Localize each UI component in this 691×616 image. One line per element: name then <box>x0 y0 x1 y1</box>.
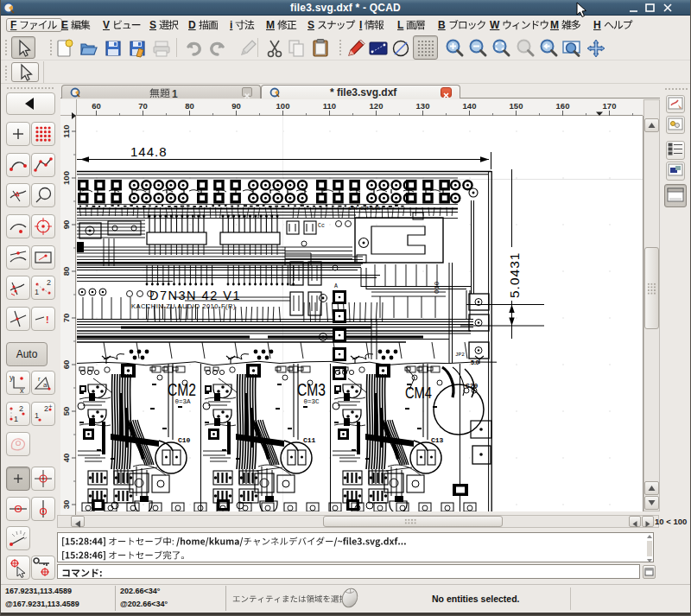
svg-text:O10: O10 <box>433 281 441 294</box>
svg-text:C13: C13 <box>431 436 444 444</box>
svg-text:CM2: CM2 <box>168 380 196 399</box>
svg-text:90: 90 <box>61 220 71 230</box>
svg-text:160: 160 <box>556 101 570 111</box>
svg-text:JP2: JP2 <box>455 352 465 358</box>
svg-text:D7N3N 42 V1: D7N3N 42 V1 <box>149 289 241 302</box>
svg-text:110: 110 <box>323 101 336 111</box>
svg-text:1: 1 <box>14 415 18 423</box>
svg-text:30: 30 <box>61 500 71 510</box>
svg-text:y: y <box>10 373 14 382</box>
svg-text:50: 50 <box>61 407 71 416</box>
svg-text:KACCHIN-ZU AUDIO 2010-F(R): KACCHIN-ZU AUDIO 2010-F(R) <box>131 302 236 310</box>
svg-text:0=3A: 0=3A <box>175 398 192 405</box>
svg-text:170: 170 <box>603 101 617 111</box>
svg-text:130: 130 <box>416 101 430 111</box>
svg-text:150: 150 <box>510 101 523 111</box>
svg-text:80: 80 <box>185 101 194 111</box>
svg-text:C10: C10 <box>178 436 191 444</box>
svg-text:80: 80 <box>61 267 71 276</box>
svg-text:CM4: CM4 <box>405 384 432 402</box>
svg-text:5.0431: 5.0431 <box>507 252 522 298</box>
svg-text:2: 2 <box>47 278 51 287</box>
svg-text:110: 110 <box>61 124 71 137</box>
svg-text:0=3C: 0=3C <box>304 398 320 405</box>
svg-text:100: 100 <box>61 171 71 185</box>
svg-text:100: 100 <box>276 101 290 111</box>
svg-text:A: A <box>334 283 338 289</box>
svg-text:60: 60 <box>92 101 101 111</box>
svg-text:40: 40 <box>61 454 71 463</box>
svg-text:1: 1 <box>35 411 39 420</box>
svg-text:CM3: CM3 <box>297 380 326 399</box>
svg-text:70: 70 <box>61 314 71 323</box>
svg-text:120: 120 <box>370 101 384 111</box>
svg-text:60: 60 <box>61 360 71 370</box>
svg-text:144.8: 144.8 <box>130 144 168 159</box>
svg-text:70: 70 <box>138 101 148 111</box>
svg-text:2: 2 <box>19 404 23 413</box>
svg-text:Cc: Cc <box>318 223 325 229</box>
svg-text:x: x <box>20 386 24 394</box>
svg-text:C11: C11 <box>303 436 316 444</box>
svg-text:1: 1 <box>35 288 39 296</box>
svg-text:!: ! <box>46 314 49 325</box>
svg-text:140: 140 <box>463 101 477 111</box>
svg-text:r: r <box>38 375 41 383</box>
svg-text:+: + <box>48 403 53 410</box>
svg-text:90: 90 <box>231 101 241 111</box>
svg-text:a: a <box>43 381 48 389</box>
